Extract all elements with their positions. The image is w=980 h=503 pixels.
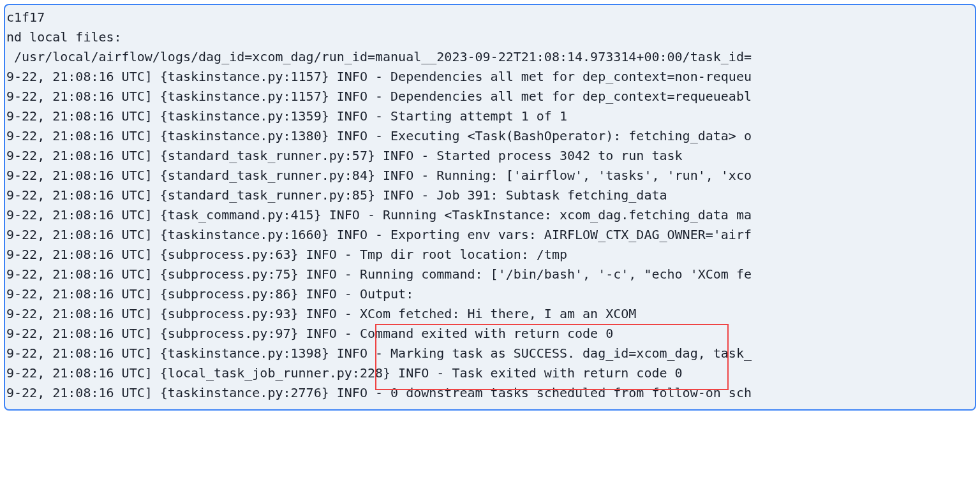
log-line: 9-22, 21:08:16 UTC] {subprocess.py:75} I… — [6, 265, 974, 284]
log-line: 9-22, 21:08:16 UTC] {taskinstance.py:277… — [6, 383, 974, 403]
log-line: 9-22, 21:08:16 UTC] {standard_task_runne… — [6, 146, 974, 166]
log-line: 9-22, 21:08:16 UTC] {taskinstance.py:135… — [6, 106, 974, 126]
log-line: 9-22, 21:08:16 UTC] {subprocess.py:97} I… — [6, 324, 974, 344]
log-line: 9-22, 21:08:16 UTC] {taskinstance.py:115… — [6, 67, 974, 87]
log-line: 9-22, 21:08:16 UTC] {task_command.py:415… — [6, 205, 974, 225]
log-line: 9-22, 21:08:16 UTC] {taskinstance.py:139… — [6, 344, 974, 363]
log-line: /usr/local/airflow/logs/dag_id=xcom_dag/… — [6, 47, 974, 67]
log-line: 9-22, 21:08:16 UTC] {taskinstance.py:166… — [6, 225, 974, 245]
log-line: 9-22, 21:08:16 UTC] {subprocess.py:63} I… — [6, 245, 974, 265]
log-line: 9-22, 21:08:16 UTC] {subprocess.py:86} I… — [6, 284, 974, 304]
log-line: 9-22, 21:08:16 UTC] {standard_task_runne… — [6, 166, 974, 186]
log-line: 9-22, 21:08:16 UTC] {subprocess.py:93} I… — [6, 304, 974, 324]
log-viewer: c1f17 nd local files: /usr/local/airflow… — [4, 4, 976, 411]
log-line: nd local files: — [6, 27, 974, 47]
log-line: 9-22, 21:08:16 UTC] {standard_task_runne… — [6, 186, 974, 205]
log-line: 9-22, 21:08:16 UTC] {taskinstance.py:138… — [6, 126, 974, 146]
log-line: 9-22, 21:08:16 UTC] {taskinstance.py:115… — [6, 87, 974, 106]
log-line: 9-22, 21:08:16 UTC] {local_task_job_runn… — [6, 363, 974, 383]
log-line: c1f17 — [6, 8, 974, 27]
